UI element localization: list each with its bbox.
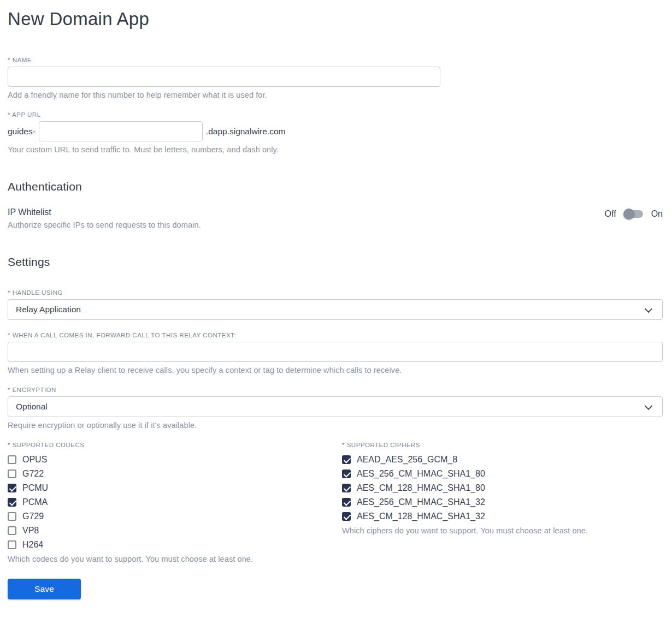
- ciphers-helper: Which ciphers do you want to support. Yo…: [342, 526, 663, 535]
- codec-option-label: G729: [22, 512, 44, 521]
- checkbox-icon[interactable]: [342, 455, 351, 464]
- cipher-option-label: AEAD_AES_256_GCM_8: [357, 455, 457, 465]
- checkbox-icon[interactable]: [342, 484, 351, 492]
- codec-option-label: VP8: [22, 526, 39, 536]
- app-url-label: * APP URL: [8, 111, 663, 118]
- name-input[interactable]: [8, 67, 440, 87]
- checkbox-icon[interactable]: [8, 498, 16, 507]
- codec-option[interactable]: G722: [8, 467, 342, 481]
- ip-whitelist-label: IP Whitelist: [8, 207, 201, 217]
- cipher-option-label: AES_256_CM_HMAC_SHA1_80: [357, 469, 485, 479]
- codec-option[interactable]: G729: [8, 509, 342, 524]
- chevron-down-icon: [645, 402, 652, 410]
- page-title: New Domain App: [8, 9, 663, 29]
- cipher-option-label: AES_256_CM_HMAC_SHA1_32: [357, 497, 485, 507]
- app-url-input[interactable]: [39, 121, 203, 141]
- app-url-helper: Your custom URL to send traffic to. Must…: [8, 145, 663, 154]
- ciphers-column: * SUPPORTED CIPHERS AEAD_AES_256_GCM_8 A…: [342, 442, 663, 535]
- codec-option-label: H264: [22, 540, 43, 550]
- codec-option-label: OPUS: [22, 455, 47, 465]
- chevron-down-icon: [645, 305, 652, 313]
- codec-option[interactable]: PCMA: [8, 495, 342, 509]
- handle-using-group: * HANDLE USING Relay Application: [8, 289, 663, 320]
- app-url-suffix: .dapp.signalwire.com: [206, 127, 286, 136]
- authentication-heading: Authentication: [8, 180, 663, 193]
- handle-using-value: Relay Application: [16, 305, 81, 314]
- checkbox-icon[interactable]: [342, 498, 351, 507]
- codecs-helper: Which codecs do you want to support. You…: [8, 555, 342, 563]
- ciphers-label: * SUPPORTED CIPHERS: [342, 442, 663, 448]
- relay-context-helper: When setting up a Relay client to receiv…: [8, 366, 663, 375]
- checkbox-icon[interactable]: [342, 470, 351, 478]
- codec-list: OPUS G722 PCMU PCMA G729: [8, 453, 342, 552]
- codecs-ciphers-columns: * SUPPORTED CODECS OPUS G722 PCMU PCMA: [8, 442, 663, 563]
- codec-option[interactable]: H264: [8, 538, 342, 552]
- cipher-option[interactable]: AES_CM_128_HMAC_SHA1_80: [342, 481, 663, 495]
- encryption-helper: Require encryption or optionally use it …: [8, 421, 663, 430]
- codecs-label: * SUPPORTED CODECS: [8, 442, 342, 448]
- handle-using-select[interactable]: Relay Application: [8, 299, 663, 320]
- codec-option[interactable]: OPUS: [8, 453, 342, 467]
- codecs-column: * SUPPORTED CODECS OPUS G722 PCMU PCMA: [8, 442, 342, 563]
- app-url-prefix: guides-: [8, 127, 36, 136]
- ip-whitelist-helper: Authorize specific IPs to send requests …: [8, 221, 201, 229]
- checkbox-icon[interactable]: [8, 470, 16, 478]
- encryption-label: * ENCRYPTION: [8, 387, 663, 393]
- new-domain-app-form: New Domain App * NAME Add a friendly nam…: [0, 0, 672, 609]
- checkbox-icon[interactable]: [8, 512, 16, 521]
- checkbox-icon[interactable]: [342, 512, 351, 521]
- relay-context-input[interactable]: [8, 342, 663, 362]
- relay-context-group: * WHEN A CALL COMES IN, FORWARD CALL TO …: [8, 332, 663, 375]
- encryption-group: * ENCRYPTION Optional Require encryption…: [8, 387, 663, 430]
- checkbox-icon[interactable]: [8, 540, 16, 549]
- codec-option-label: PCMA: [22, 497, 48, 507]
- codec-option[interactable]: PCMU: [8, 481, 342, 495]
- cipher-option-label: AES_CM_128_HMAC_SHA1_80: [357, 483, 485, 493]
- toggle-off-label: Off: [605, 209, 616, 219]
- codec-option-label: PCMU: [22, 483, 48, 493]
- cipher-option[interactable]: AES_256_CM_HMAC_SHA1_80: [342, 467, 663, 481]
- cipher-option[interactable]: AES_CM_128_HMAC_SHA1_32: [342, 509, 663, 524]
- name-field-group: * NAME Add a friendly name for this numb…: [8, 57, 663, 99]
- cipher-option[interactable]: AEAD_AES_256_GCM_8: [342, 453, 663, 467]
- encryption-value: Optional: [16, 402, 48, 412]
- toggle-on-label: On: [651, 209, 663, 219]
- encryption-select[interactable]: Optional: [8, 396, 663, 417]
- toggle-knob: [623, 209, 634, 219]
- cipher-list: AEAD_AES_256_GCM_8 AES_256_CM_HMAC_SHA1_…: [342, 453, 663, 524]
- ip-whitelist-toggle-group: Off On: [605, 209, 663, 219]
- ip-whitelist-text: IP Whitelist Authorize specific IPs to s…: [8, 207, 201, 229]
- cipher-option-label: AES_CM_128_HMAC_SHA1_32: [357, 512, 485, 521]
- checkbox-icon[interactable]: [8, 526, 16, 535]
- codec-option[interactable]: VP8: [8, 524, 342, 538]
- codec-option-label: G722: [22, 469, 44, 479]
- app-url-field-group: * APP URL guides- .dapp.signalwire.com Y…: [8, 111, 663, 154]
- handle-using-label: * HANDLE USING: [8, 289, 663, 296]
- settings-heading: Settings: [8, 255, 663, 269]
- checkbox-icon[interactable]: [8, 484, 16, 492]
- save-button[interactable]: Save: [8, 579, 81, 599]
- name-label: * NAME: [8, 57, 663, 63]
- relay-context-label: * WHEN A CALL COMES IN, FORWARD CALL TO …: [8, 332, 663, 338]
- checkbox-icon[interactable]: [8, 455, 16, 464]
- app-url-row: guides- .dapp.signalwire.com: [8, 121, 663, 141]
- name-helper: Add a friendly name for this number to h…: [8, 91, 663, 99]
- ip-whitelist-toggle[interactable]: [623, 209, 644, 219]
- cipher-option[interactable]: AES_256_CM_HMAC_SHA1_32: [342, 495, 663, 509]
- ip-whitelist-row: IP Whitelist Authorize specific IPs to s…: [8, 207, 663, 229]
